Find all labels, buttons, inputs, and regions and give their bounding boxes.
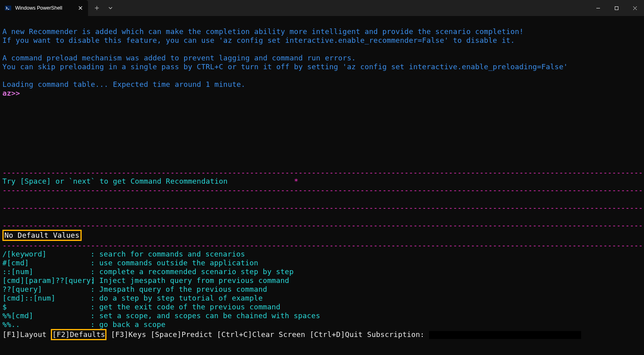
powershell-icon <box>5 5 11 11</box>
divider: ----------------------------------------… <box>2 203 644 212</box>
prompt: az>> <box>2 89 20 97</box>
footer-f2-highlight: [F2]Defaults <box>51 329 106 340</box>
help-row: ??[query]: Jmespath query of the previou… <box>2 285 267 293</box>
tab-active[interactable]: Windows PowerShell <box>0 0 88 16</box>
recommender-info-1: A new Recommender is added which can mak… <box>2 27 524 36</box>
recommender-info-2: If you want to disable this feature, you… <box>2 36 515 44</box>
preload-info-2: You can skip preloading in a single pass… <box>2 62 568 71</box>
divider: ----------------------------------------… <box>2 168 644 176</box>
footer-row: [F1]Layout [F2]Defaults [F3]Keys [Space]… <box>2 330 581 339</box>
titlebar: Windows PowerShell <box>0 0 644 16</box>
divider: ----------------------------------------… <box>2 241 644 249</box>
subscription-label: Subscription: <box>367 330 424 339</box>
svg-rect-0 <box>5 6 11 10</box>
help-row: [cmd][param]??[query]: Inject jmespath q… <box>2 276 289 285</box>
hint-star: * <box>294 177 298 185</box>
maximize-button[interactable] <box>607 0 626 16</box>
help-row: ::[num]: complete a recommended scenario… <box>2 267 294 276</box>
tab-actions <box>88 0 117 16</box>
help-row: $: get the exit code of the previous com… <box>2 303 281 311</box>
divider: ----------------------------------------… <box>2 186 644 194</box>
footer-f3: [F3]Keys <box>111 330 146 339</box>
no-defaults-text: No Default Values <box>4 231 80 239</box>
footer-ctrld: [Ctrl+D]Quit <box>310 330 363 339</box>
help-row: %%..: go back a scope <box>2 320 166 329</box>
help-row: [cmd]::[num]: do a step by step tutorial… <box>2 294 263 302</box>
tab-title: Windows PowerShell <box>15 4 73 12</box>
tab-dropdown-button[interactable] <box>104 2 117 14</box>
footer-space: [Space]Predict <box>150 330 213 339</box>
terminal-content[interactable]: A new Recommender is added which can mak… <box>0 16 644 340</box>
loading-line: Loading command table... Expected time a… <box>2 80 245 88</box>
subscription-value-redacted <box>429 331 581 339</box>
minimize-button[interactable] <box>589 0 607 16</box>
footer-f1: [F1]Layout <box>2 330 46 339</box>
help-row: #[cmd]: use commands outside the applica… <box>2 259 258 267</box>
help-row: /[keyword]: search for commands and scen… <box>2 250 245 258</box>
no-defaults-highlight: No Default Values <box>2 230 82 241</box>
window-controls <box>589 0 644 16</box>
help-row: %%[cmd]: set a scope, and scopes can be … <box>2 311 320 320</box>
new-tab-button[interactable] <box>90 2 103 14</box>
hint-line: Try [Space] or `next` to get Command Rec… <box>2 177 228 185</box>
close-window-button[interactable] <box>626 0 644 16</box>
svg-rect-7 <box>615 6 618 10</box>
preload-info-1: A command preload mechanism was added to… <box>2 54 356 62</box>
divider: ----------------------------------------… <box>2 221 644 229</box>
footer-ctrlc: [Ctrl+C]Clear Screen <box>217 330 305 339</box>
tab-close-button[interactable] <box>77 4 84 12</box>
titlebar-drag-area[interactable] <box>117 0 589 16</box>
